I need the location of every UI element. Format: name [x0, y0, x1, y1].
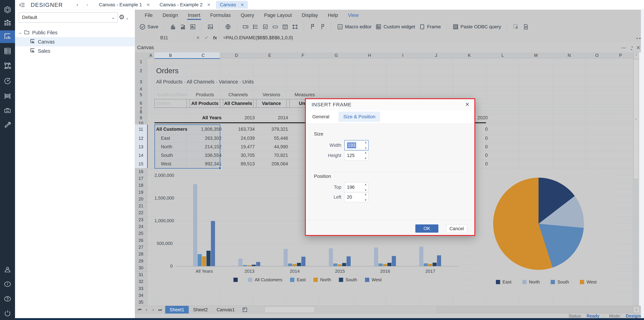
column-header-O[interactable]: O — [586, 52, 608, 58]
insert-marker-flag-button[interactable] — [320, 24, 326, 30]
column-header-L[interactable]: L — [486, 52, 520, 58]
row-header-27[interactable]: 27 — [135, 244, 147, 251]
row-header-13[interactable]: 13 — [135, 142, 148, 151]
sidebar-item-help[interactable] — [0, 293, 15, 306]
insert-line-chart-button[interactable] — [180, 24, 186, 30]
stepper-arrows[interactable]: ∧∨ — [365, 193, 367, 201]
width-field[interactable]: 193 ∧∨ — [344, 140, 368, 150]
document-tab-3[interactable]: Canvas✕ — [216, 1, 248, 9]
formula-input[interactable]: =PALO.ENAME($B$5,$B$6,1,0,0) — [220, 35, 293, 40]
column-header-N[interactable]: N — [552, 52, 586, 58]
previous-sheet-icon[interactable]: ‹ — [143, 307, 150, 312]
row-header-20[interactable]: 20 — [135, 196, 147, 202]
row-header-14[interactable]: 14 — [135, 151, 148, 160]
cancel-formula-icon[interactable]: ✕ — [194, 35, 202, 40]
row-header-3[interactable]: 3 — [135, 76, 147, 88]
column-header-B[interactable]: B — [154, 52, 187, 59]
column-header-F[interactable]: F — [286, 52, 320, 58]
chevron-down-icon[interactable]: ⌄ — [19, 30, 22, 35]
row-header-31[interactable]: 31 — [135, 271, 147, 278]
cancel-button[interactable]: Cancel — [446, 224, 467, 233]
row-header-25[interactable]: 25 — [135, 230, 147, 237]
cell-B2[interactable]: Orders — [154, 65, 190, 76]
menu-formulas[interactable]: Formulas — [210, 10, 231, 21]
tree-item-public-files[interactable]: ⌄Public Files — [15, 28, 135, 37]
cell-D13[interactable]: 19,477 — [220, 142, 256, 151]
column-header-J[interactable]: J — [420, 52, 453, 58]
add-sheet-icon[interactable] — [242, 307, 248, 312]
menu-view[interactable]: View — [348, 10, 358, 21]
sidebar-item-toolbox[interactable] — [0, 104, 15, 117]
column-header-K[interactable]: K — [453, 52, 486, 58]
tab-general[interactable]: General — [312, 114, 329, 120]
row-header-16[interactable]: 16 — [135, 168, 147, 175]
vertical-scrollbar[interactable]: ⌃ ≡ — [633, 52, 639, 306]
row-header-4[interactable]: 4 — [135, 88, 147, 91]
row-header-18[interactable]: 18 — [135, 182, 147, 189]
scroll-right-icon[interactable]: › — [633, 307, 640, 313]
cell-E15[interactable]: 208,064 — [253, 160, 290, 168]
cell-B5[interactable]: localhost/Biker — [154, 90, 190, 99]
stepper-arrows[interactable]: ∧∨ — [365, 141, 367, 149]
row-header-15[interactable]: 15 — [135, 160, 148, 168]
paste-odbc-query-button[interactable]: Paste ODBC query — [453, 24, 501, 30]
close-tab-icon[interactable]: ✕ — [207, 2, 210, 7]
top-field[interactable]: 196 ∧∨ — [344, 182, 368, 192]
sheet-tab-sheet2[interactable]: Sheet2 — [189, 306, 212, 314]
cell-E14[interactable]: 70,821 — [253, 151, 290, 160]
insert-sparkline-button[interactable] — [190, 24, 196, 30]
cell-E13[interactable]: 44,990 — [253, 142, 290, 151]
vertical-scrollbar-thumb[interactable]: ≡ — [634, 59, 639, 179]
insert-listbox-button[interactable] — [252, 24, 258, 30]
nav-forward-icon[interactable]: › — [86, 2, 88, 8]
column-header-G[interactable]: G — [320, 52, 353, 58]
sidebar-item-user[interactable] — [0, 264, 15, 276]
insert-image-button[interactable] — [208, 24, 213, 30]
tab-size-position[interactable]: Size & Position — [338, 112, 380, 122]
row-header-28[interactable]: 28 — [135, 251, 147, 258]
column-header-M[interactable]: M — [519, 52, 553, 58]
select-all-corner[interactable] — [135, 52, 147, 58]
insert-combobox-button[interactable] — [243, 24, 248, 30]
sidebar-item-hexagon-logo[interactable] — [0, 4, 15, 16]
row-header-2[interactable]: 2 — [135, 65, 147, 76]
stepper-arrows[interactable]: ∧∨ — [365, 183, 367, 191]
column-header-E[interactable]: E — [253, 52, 286, 58]
custom-widget-button[interactable]: Custom widget — [376, 24, 415, 30]
sidebar-item-scheduler[interactable] — [0, 75, 15, 88]
insert-checkbox-button[interactable] — [262, 24, 268, 30]
row-header-19[interactable]: 19 — [135, 189, 147, 196]
insert-hyperlink-globe-button[interactable] — [225, 24, 231, 30]
cell-C9[interactable]: All Years — [186, 114, 223, 122]
cell-C6[interactable]: All Products — [186, 99, 223, 108]
cell-D6[interactable]: All Channels — [220, 99, 256, 108]
cell-E12[interactable]: 55,446 — [253, 134, 290, 142]
menu-query[interactable]: Query — [240, 10, 254, 21]
cell-B3[interactable]: All Products · All Channels · Variance ·… — [154, 76, 190, 88]
cell-E11[interactable]: 379,321 — [253, 124, 290, 134]
pie-chart-widget[interactable]: EastNorthSouthWest — [476, 170, 616, 292]
row-header-23[interactable]: 23 — [135, 216, 147, 223]
nav-back-icon[interactable]: ‹ — [76, 2, 78, 8]
row-header-29[interactable]: 29 — [135, 258, 147, 264]
cell-D12[interactable]: 24,039 — [220, 134, 256, 142]
row-header-33[interactable]: 33 — [135, 285, 147, 292]
cell-D9[interactable]: 2013 — [220, 114, 256, 122]
cell-E5[interactable]: Versions — [253, 90, 290, 99]
sheet-tab-sheet1[interactable]: Sheet1 — [165, 306, 189, 314]
scroll-up-icon[interactable]: ⌃ — [634, 53, 639, 59]
close-dialog-icon[interactable]: ✕ — [465, 101, 470, 108]
row-header-5[interactable]: 5 — [135, 90, 147, 99]
column-header-I[interactable]: I — [386, 52, 420, 58]
document-tab-2[interactable]: Canvas - Example 2✕ — [156, 1, 214, 9]
horizontal-scrollbar-thumb[interactable] — [264, 307, 315, 313]
row-header-12[interactable]: 12 — [135, 134, 148, 143]
selection-fill-handle[interactable] — [218, 167, 221, 170]
column-header-C[interactable]: C — [186, 52, 220, 59]
cell-E9[interactable]: 2014 — [253, 114, 290, 122]
column-header-H[interactable]: H — [353, 52, 386, 58]
sidebar-item-modeler[interactable] — [0, 60, 15, 72]
insert-datepicker-button[interactable]: 31 — [282, 24, 288, 30]
row-header-24[interactable]: 24 — [135, 223, 147, 230]
row-header-35[interactable]: 35 — [135, 299, 147, 306]
